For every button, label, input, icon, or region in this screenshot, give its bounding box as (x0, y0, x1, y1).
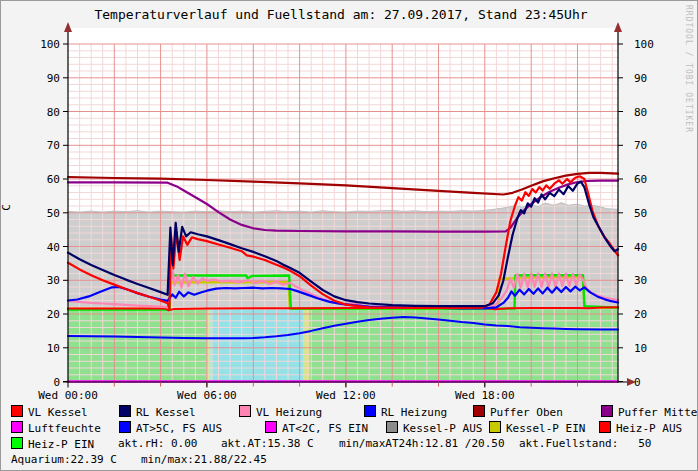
svg-text:70: 70 (47, 139, 60, 152)
svg-text:100: 100 (634, 38, 654, 51)
svg-text:50: 50 (47, 207, 60, 220)
legend-puffer-oben: Puffer Oben (473, 405, 563, 419)
legend-at-gt5c: AT>5C, FS AUS (119, 421, 222, 435)
legend-heiz-p-ein: Heiz-P EIN (11, 437, 94, 451)
legend-kessel-p-ein: Kessel-P EIN (489, 421, 585, 435)
svg-text:100: 100 (40, 38, 60, 51)
rl-heizung-swatch-icon (364, 405, 376, 417)
heiz-p-aus-swatch-icon (599, 421, 611, 433)
legend-label: Kessel-P AUS (403, 422, 482, 435)
svg-text:0: 0 (53, 376, 60, 389)
legend-vl-kessel: VL Kessel (11, 405, 88, 419)
kessel-p-aus-swatch-icon (386, 421, 398, 433)
rl-kessel-swatch-icon (119, 405, 131, 417)
rrdtool-graph: Temperaturverlauf und Fuellstand am: 27.… (0, 0, 698, 471)
svg-text:40: 40 (47, 241, 60, 254)
stat-akt-at: akt.AT:15.38 C (221, 437, 314, 450)
svg-text:60: 60 (634, 173, 647, 186)
legend-puffer-mitte: Puffer Mitte (601, 405, 697, 419)
stat-minmax-at24h: min/maxAT24h:12.81 /20.50 (339, 437, 505, 450)
legend-label: VL Heizung (256, 406, 322, 419)
legend-kessel-p-aus: Kessel-P AUS (386, 421, 482, 435)
svg-text:30: 30 (47, 274, 60, 287)
svg-text:30: 30 (634, 274, 647, 287)
kessel-p-ein-swatch-icon (489, 421, 501, 433)
legend-rl-heizung: RL Heizung (364, 405, 447, 419)
legend-rl-kessel: RL Kessel (119, 405, 196, 419)
legend-row-1: VL Kessel RL Kessel VL Heizung RL Heizun… (1, 405, 698, 420)
stat-akt-rh: akt.rH: 0.00 (118, 437, 197, 450)
svg-text:70: 70 (634, 139, 647, 152)
at-lt2c-swatch-icon (265, 421, 277, 433)
legend-label: VL Kessel (28, 406, 88, 419)
svg-text:0: 0 (634, 376, 641, 389)
vl-kessel-swatch-icon (11, 405, 23, 417)
legend-label: Puffer Oben (490, 406, 563, 419)
svg-text:80: 80 (634, 106, 647, 119)
legend-heiz-p-aus: Heiz-P AUS (599, 421, 682, 435)
svg-text:50: 50 (634, 207, 647, 220)
legend-label: AT>5C, FS AUS (136, 422, 222, 435)
svg-text:20: 20 (47, 308, 60, 321)
legend-label: RL Kessel (136, 406, 196, 419)
legend-label: Luftfeuchte (28, 422, 101, 435)
rrdtool-watermark: RRDTOOL / TOBI OETIKER (684, 5, 693, 133)
puffer-oben-swatch-icon (473, 405, 485, 417)
svg-text:Wed 18:00: Wed 18:00 (455, 389, 515, 402)
svg-text:Wed 12:00: Wed 12:00 (316, 389, 376, 402)
svg-text:Wed 06:00: Wed 06:00 (177, 389, 237, 402)
luftfeuchte-swatch-icon (11, 421, 23, 433)
svg-text:60: 60 (47, 173, 60, 186)
legend-vl-heizung: VL Heizung (239, 405, 322, 419)
legend-label: AT<2C, FS EIN (282, 422, 368, 435)
legend-label: Kessel-P EIN (506, 422, 585, 435)
svg-text:10: 10 (634, 342, 647, 355)
legend-label: Puffer Mitte (618, 406, 697, 419)
svg-text:90: 90 (634, 72, 647, 85)
puffer-mitte-swatch-icon (601, 405, 613, 417)
at-gt5c-swatch-icon (119, 421, 131, 433)
legend-row-4: Aquarium:22.39 C min/max:21.88/22.45 (1, 453, 698, 468)
legend-row-3: Heiz-P EIN akt.rH: 0.00 akt.AT:15.38 C m… (1, 437, 698, 452)
svg-text:40: 40 (634, 241, 647, 254)
vl-heizung-swatch-icon (239, 405, 251, 417)
legend-luftfeuchte: Luftfeuchte (11, 421, 101, 435)
svg-text:90: 90 (47, 72, 60, 85)
heiz-p-ein-swatch-icon (11, 437, 23, 449)
stat-akt-fuellstand: akt.Fuellstand: 50 (519, 437, 651, 450)
svg-text:10: 10 (47, 342, 60, 355)
svg-text:20: 20 (634, 308, 647, 321)
stat-aquarium: Aquarium:22.39 C (11, 453, 117, 466)
legend-label: Heiz-P AUS (616, 422, 682, 435)
svg-text:Wed 00:00: Wed 00:00 (38, 389, 98, 402)
legend-at-lt2c: AT<2C, FS EIN (265, 421, 368, 435)
svg-text:80: 80 (47, 106, 60, 119)
temperature-chart: 0010102020303040405050606070708080909010… (1, 1, 698, 401)
stat-aquarium-minmax: min/max:21.88/22.45 (141, 453, 267, 466)
legend-label: Heiz-P EIN (28, 438, 94, 451)
legend-label: RL Heizung (381, 406, 447, 419)
legend-row-2: Luftfeuchte AT>5C, FS AUS AT<2C, FS EIN … (1, 421, 698, 436)
